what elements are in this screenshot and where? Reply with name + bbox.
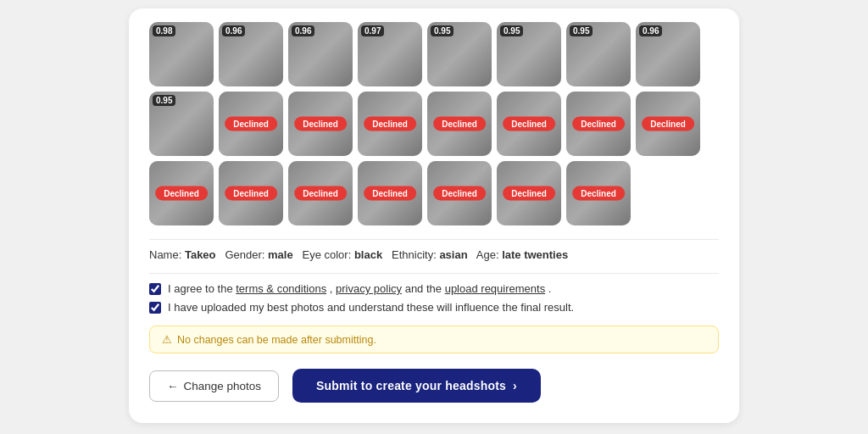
- photo-thumb-declined: Declined: [219, 161, 283, 225]
- photo-thumb-declined: Declined: [288, 161, 353, 225]
- declined-badge: Declined: [503, 186, 555, 201]
- submit-button[interactable]: Submit to create your headshots ›: [292, 369, 541, 403]
- declined-badge: Declined: [294, 186, 347, 201]
- declined-badge: Declined: [225, 117, 277, 131]
- score-badge: 0.95: [153, 95, 175, 106]
- submit-label: Submit to create your headshots: [316, 379, 506, 392]
- photo-thumb: 0.98: [149, 22, 214, 86]
- photo-grid: 0.98 0.96 0.96 0.97 0.95 0.95 0.95 0.96 …: [149, 22, 719, 225]
- photos-checkbox[interactable]: [149, 302, 161, 314]
- declined-badge: Declined: [642, 117, 694, 131]
- photo-thumb: 0.96: [219, 22, 283, 86]
- photo-thumb-declined: Declined: [497, 92, 561, 156]
- privacy-link[interactable]: privacy policy: [336, 282, 402, 295]
- gender-label: Gender:: [225, 248, 264, 261]
- warning-text: No changes can be made after submitting.: [177, 334, 376, 346]
- divider-2: [149, 273, 719, 274]
- change-label: Change photos: [184, 380, 262, 392]
- main-card: 0.98 0.96 0.96 0.97 0.95 0.95 0.95 0.96 …: [129, 8, 739, 423]
- eye-color-label: Eye color:: [302, 248, 351, 261]
- ethnicity-label: Ethnicity:: [392, 248, 437, 261]
- score-badge: 0.95: [500, 25, 523, 36]
- warning-box: ⚠ No changes can be made after submittin…: [149, 326, 719, 353]
- photo-thumb-declined: Declined: [288, 92, 353, 156]
- photos-checkbox-row[interactable]: I have uploaded my best photos and under…: [149, 301, 719, 314]
- eye-color-value: black: [354, 248, 382, 261]
- photo-thumb-declined: Declined: [497, 161, 561, 225]
- declined-badge: Declined: [364, 186, 416, 201]
- declined-badge: Declined: [155, 186, 208, 201]
- photo-thumb: 0.97: [358, 22, 422, 86]
- photo-thumb: 0.95: [566, 22, 631, 86]
- photo-thumb-declined: Declined: [566, 161, 631, 225]
- gender-value: male: [268, 248, 293, 261]
- declined-badge: Declined: [433, 186, 486, 201]
- photo-thumb: 0.96: [636, 22, 700, 86]
- photo-thumb-declined: Declined: [566, 92, 631, 156]
- score-badge: 0.96: [639, 25, 662, 36]
- score-badge: 0.95: [431, 25, 453, 36]
- declined-badge: Declined: [503, 117, 555, 131]
- upload-link[interactable]: upload requirements: [445, 282, 546, 295]
- profile-info: Name: Takeo Gender: male Eye color: blac…: [149, 248, 719, 261]
- agreement-checkboxes: I agree to the terms & conditions , priv…: [149, 282, 719, 314]
- action-row: ← Change photos Submit to create your he…: [149, 369, 719, 403]
- terms-link[interactable]: terms & conditions: [236, 282, 326, 295]
- age-value: late twenties: [502, 248, 568, 261]
- score-badge: 0.97: [361, 25, 384, 36]
- score-badge: 0.96: [222, 25, 245, 36]
- score-badge: 0.98: [153, 25, 175, 36]
- declined-badge: Declined: [364, 117, 416, 131]
- divider: [149, 239, 719, 240]
- photo-thumb-declined: Declined: [219, 92, 283, 156]
- photo-thumb: 0.95: [149, 92, 214, 156]
- name-value: Takeo: [185, 248, 216, 261]
- declined-badge: Declined: [294, 117, 347, 131]
- terms-checkbox[interactable]: [149, 283, 161, 295]
- declined-badge: Declined: [225, 186, 277, 201]
- photo-thumb: 0.96: [288, 22, 353, 86]
- photos-text: I have uploaded my best photos and under…: [168, 301, 574, 314]
- age-label: Age:: [476, 248, 499, 261]
- change-photos-button[interactable]: ← Change photos: [149, 370, 279, 402]
- submit-icon: ›: [513, 379, 517, 392]
- score-badge: 0.95: [570, 25, 593, 36]
- change-icon: ←: [167, 380, 179, 392]
- photo-thumb-declined: Declined: [149, 161, 214, 225]
- photo-thumb-declined: Declined: [427, 92, 492, 156]
- ethnicity-value: asian: [439, 248, 467, 261]
- photo-row-1: 0.98 0.96 0.96 0.97 0.95 0.95 0.95 0.96: [149, 22, 719, 86]
- photo-thumb-declined: Declined: [636, 92, 700, 156]
- photo-thumb-declined: Declined: [358, 92, 422, 156]
- photo-thumb: 0.95: [427, 22, 492, 86]
- declined-badge: Declined: [572, 117, 625, 131]
- name-label: Name:: [149, 248, 181, 261]
- terms-text: I agree to the terms & conditions , priv…: [168, 282, 551, 295]
- photo-thumb-declined: Declined: [358, 161, 422, 225]
- declined-badge: Declined: [433, 117, 486, 131]
- terms-checkbox-row[interactable]: I agree to the terms & conditions , priv…: [149, 282, 719, 295]
- score-badge: 0.96: [292, 25, 314, 36]
- photo-thumb-declined: Declined: [427, 161, 492, 225]
- photo-row-3: Declined Declined Declined Declined Decl…: [149, 161, 719, 225]
- warning-icon: ⚠: [162, 333, 172, 346]
- declined-badge: Declined: [572, 186, 625, 201]
- photo-thumb: 0.95: [497, 22, 561, 86]
- photo-row-2: 0.95 Declined Declined Declined Declined…: [149, 92, 719, 156]
